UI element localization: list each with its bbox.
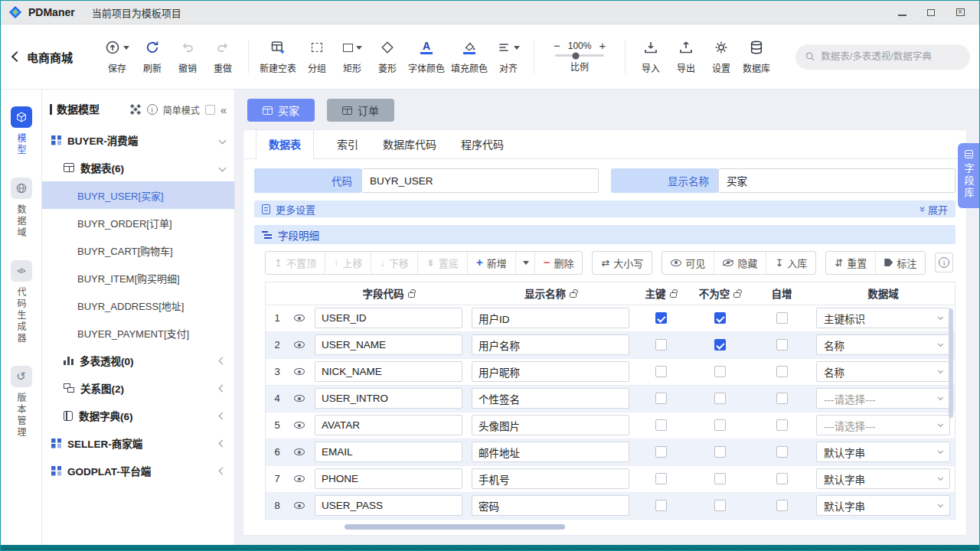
chevron-down-icon[interactable] — [219, 164, 227, 171]
hide-button[interactable]: 隐藏 — [714, 252, 766, 274]
zoom-slider-thumb[interactable] — [572, 52, 579, 59]
autoincrement-checkbox[interactable] — [776, 500, 788, 511]
domain-select[interactable]: 默认字串 — [816, 442, 950, 462]
tree-item-buyer-payment[interactable]: BUYER_PAYMENT[支付] — [42, 319, 234, 347]
search-input[interactable] — [821, 51, 961, 62]
nav-item-model[interactable]: 模型 — [11, 106, 32, 156]
col-header-code[interactable]: 字段代码 — [310, 285, 467, 301]
pk-checkbox[interactable] — [655, 312, 667, 324]
col-header-name[interactable]: 显示名称 — [467, 285, 634, 301]
tree-item-godplat-module[interactable]: GODPLAT-平台端 — [42, 457, 234, 484]
domain-select[interactable]: ---请选择--- — [816, 388, 950, 409]
horizontal-scrollbar[interactable] — [265, 524, 956, 529]
row-visibility-toggle[interactable] — [289, 395, 310, 402]
row-visibility-toggle[interactable] — [289, 502, 310, 509]
field-code-input[interactable]: EMAIL — [315, 442, 462, 462]
notnull-checkbox[interactable] — [714, 446, 726, 458]
notnull-checkbox[interactable] — [714, 393, 726, 404]
group-button[interactable]: 分组 — [300, 39, 334, 74]
domain-select[interactable]: 名称 — [816, 361, 950, 382]
display-name-field[interactable] — [718, 168, 956, 193]
notnull-checkbox[interactable] — [714, 419, 726, 431]
import-button[interactable]: 导入 — [634, 39, 668, 74]
tab-datatable[interactable]: 数据表 — [256, 129, 314, 159]
settings-button[interactable]: 设置 — [704, 39, 738, 74]
notnull-checkbox[interactable] — [714, 473, 726, 484]
autoincrement-checkbox[interactable] — [776, 393, 788, 404]
field-code-input[interactable]: USER_PASS — [315, 495, 462, 516]
rectangle-button[interactable]: 矩形 — [335, 39, 369, 74]
notnull-checkbox[interactable] — [714, 312, 726, 324]
col-header-domain[interactable]: 数据域 — [812, 285, 955, 301]
row-visibility-toggle[interactable] — [289, 368, 310, 375]
global-search[interactable] — [795, 44, 970, 70]
domain-select[interactable]: ---请选择--- — [816, 415, 950, 435]
field-name-input[interactable]: 用户昵称 — [472, 361, 629, 382]
tree-item-seller-module[interactable]: SELLER-商家端 — [42, 429, 234, 457]
tab-index[interactable]: 索引 — [335, 129, 360, 158]
zoom-out-button[interactable]: − — [554, 42, 560, 50]
field-code-input[interactable]: AVATAR — [315, 415, 462, 435]
tree-item-tables[interactable]: 数据表(6) — [42, 154, 234, 181]
chevron-collapsed-icon[interactable] — [219, 357, 227, 364]
export-button[interactable]: 导出 — [669, 39, 703, 74]
close-button[interactable] — [955, 7, 965, 18]
pk-checkbox[interactable] — [655, 339, 667, 350]
field-code-input[interactable]: PHONE — [315, 468, 462, 489]
fill-color-button[interactable]: 填充颜色 — [449, 39, 490, 74]
chevron-down-icon[interactable] — [219, 136, 227, 144]
field-code-input[interactable]: USER_INTRO — [315, 388, 462, 409]
field-name-input[interactable]: 手机号 — [472, 468, 629, 489]
field-name-input[interactable]: 用户ID — [472, 308, 629, 328]
row-visibility-toggle[interactable] — [289, 448, 310, 455]
align-button[interactable]: 对齐 — [492, 39, 525, 74]
store-button[interactable]: 入库 — [766, 252, 815, 274]
tree-item-buyer-module[interactable]: BUYER-消费端 — [42, 126, 234, 154]
info-button[interactable] — [935, 253, 953, 272]
database-button[interactable]: 数据库 — [740, 39, 773, 74]
col-header-notnull[interactable]: 不为空 — [688, 285, 752, 301]
col-header-pk[interactable]: 主键 — [634, 285, 688, 301]
doc-tab-order[interactable]: 订单 — [327, 99, 394, 122]
toggle-case-button[interactable]: 大小写 — [593, 252, 652, 274]
tree-item-buyr-user[interactable]: BUYR_USER[买家] — [42, 181, 234, 209]
tab-program-code[interactable]: 程序代码 — [459, 129, 505, 158]
field-library-tab[interactable]: 字段库 — [958, 143, 979, 208]
domain-select[interactable]: 主键标识 — [816, 308, 950, 328]
unpin-button[interactable]: 不置顶 — [266, 252, 325, 274]
move-bottom-button[interactable]: 置底 — [417, 252, 467, 274]
tree-item-buyr-address[interactable]: BUYR_ADDRESS[地址] — [42, 292, 234, 319]
save-dropdown-caret-icon[interactable] — [123, 46, 129, 50]
notnull-checkbox[interactable] — [714, 500, 726, 511]
domain-select[interactable]: 名称 — [816, 334, 950, 355]
expand-button[interactable]: 展开 — [919, 202, 948, 217]
delete-field-button[interactable]: −删除 — [534, 252, 583, 274]
mark-button[interactable]: 标注 — [875, 252, 925, 274]
move-down-button[interactable]: 下移 — [371, 252, 417, 274]
visible-button[interactable]: 可见 — [662, 252, 714, 274]
nav-item-data-domain[interactable]: 数据域 — [11, 178, 32, 239]
autoincrement-checkbox[interactable] — [776, 419, 788, 431]
scrollbar-thumb[interactable] — [949, 308, 953, 419]
vertical-scrollbar[interactable] — [948, 307, 954, 518]
zoom-slider[interactable] — [555, 54, 604, 57]
font-color-button[interactable]: A 字体颜色 — [406, 39, 447, 74]
refresh-button[interactable]: 刷新 — [136, 39, 169, 74]
back-button[interactable] — [10, 53, 24, 60]
row-visibility-toggle[interactable] — [289, 475, 310, 482]
simple-mode-checkbox[interactable] — [205, 105, 215, 115]
mode-switch-icon[interactable] — [133, 107, 138, 112]
chevron-collapsed-icon[interactable] — [219, 439, 227, 447]
add-field-dropdown[interactable] — [515, 252, 534, 274]
save-button[interactable]: 保存 — [100, 39, 134, 74]
rectangle-dropdown-caret-icon[interactable] — [356, 46, 362, 50]
tree-item-buyr-order[interactable]: BUYR_ORDER[订单] — [42, 209, 234, 236]
autoincrement-checkbox[interactable] — [776, 473, 788, 484]
pk-checkbox[interactable] — [655, 473, 667, 484]
pk-checkbox[interactable] — [655, 446, 667, 458]
chevron-collapsed-icon[interactable] — [219, 384, 227, 392]
tree-item-buyr-cart[interactable]: BUYR_CART[购物车] — [42, 236, 234, 264]
new-table-button[interactable]: 新建空表 — [257, 39, 299, 74]
more-settings-bar[interactable]: 更多设置 展开 — [254, 201, 956, 217]
autoincrement-checkbox[interactable] — [776, 446, 788, 458]
